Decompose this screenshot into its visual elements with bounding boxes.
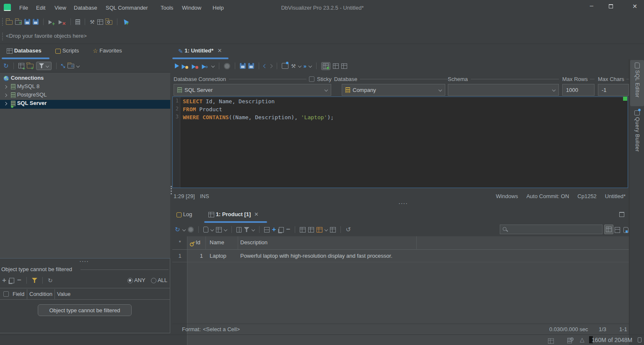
- columns-icon[interactable]: [236, 227, 242, 233]
- sql-commander-icon[interactable]: [75, 19, 80, 25]
- connection-select[interactable]: SQL Server: [174, 84, 331, 96]
- grid-filter-icon[interactable]: [244, 227, 249, 232]
- execute-icon[interactable]: [175, 63, 179, 68]
- grid-data-row[interactable]: 1 1 Laptop Powerful laptop with high-res…: [172, 250, 629, 262]
- history-back-icon[interactable]: [263, 64, 267, 68]
- toolbar-drag-handle[interactable]: [2, 18, 3, 26]
- delete-row-icon[interactable]: −: [286, 225, 291, 234]
- grid-col-description[interactable]: Description: [240, 239, 267, 246]
- insert-row-icon[interactable]: +: [272, 225, 276, 234]
- goto-icon[interactable]: »: [304, 63, 306, 69]
- result-page[interactable]: 1/3: [599, 324, 606, 335]
- tree-item-connections[interactable]: Connections: [0, 75, 170, 83]
- reload-filter-icon[interactable]: ↻: [48, 277, 53, 284]
- editor-code[interactable]: SELECT Id, Name, DescriptionFROM Product…: [183, 97, 334, 121]
- filter-header-checkbox[interactable]: [3, 291, 9, 297]
- menu-help[interactable]: Help: [213, 5, 224, 11]
- tab-scripts[interactable]: Scripts: [55, 47, 79, 54]
- open-connection-icon[interactable]: [6, 20, 13, 25]
- view-text-button[interactable]: [623, 226, 628, 233]
- database-select[interactable]: Company: [342, 84, 445, 96]
- any-radio[interactable]: ANY: [127, 277, 145, 283]
- cell-name[interactable]: Laptop: [210, 253, 226, 259]
- collapse-all-icon[interactable]: ⤡: [61, 63, 65, 69]
- memory-indicator[interactable]: 160M of 2048M: [592, 337, 632, 343]
- tab-log[interactable]: Log: [177, 211, 192, 217]
- pointer-add-icon[interactable]: +: [122, 18, 129, 25]
- sql-settings-chevron-icon[interactable]: [298, 64, 301, 68]
- sort-icon[interactable]: [264, 227, 270, 233]
- view-form-button[interactable]: [615, 226, 620, 233]
- apply-filter-icon[interactable]: [32, 278, 37, 283]
- grid-search-field[interactable]: [500, 225, 602, 234]
- grid-col-id[interactable]: Id: [196, 239, 200, 246]
- execute-buffer-icon[interactable]: [192, 63, 199, 69]
- editor-tab-close-icon[interactable]: ✕: [218, 47, 222, 54]
- save-icon[interactable]: [24, 19, 30, 25]
- grid-view-chevron-icon[interactable]: [223, 228, 227, 231]
- cell-id[interactable]: 1: [187, 253, 203, 259]
- sql-editor-side-tab[interactable]: SQL Editor: [630, 60, 644, 106]
- history-forward-icon[interactable]: [269, 64, 273, 68]
- menu-sql-commander[interactable]: SQL Commander: [106, 5, 148, 11]
- expand-chevron-icon[interactable]: [4, 93, 7, 97]
- close-button[interactable]: ✕: [626, 0, 644, 13]
- add-filter-icon[interactable]: +: [2, 276, 6, 285]
- tree-item-sqlserver[interactable]: SQL Server: [0, 100, 170, 109]
- color-grid-chevron-icon[interactable]: [325, 228, 328, 231]
- goto-chevron-icon[interactable]: [309, 64, 312, 68]
- copy-settings-icon[interactable]: [333, 63, 339, 69]
- remove-filter-icon[interactable]: −: [17, 276, 21, 285]
- menu-file[interactable]: File: [19, 5, 28, 11]
- pin-grid-icon[interactable]: [330, 227, 336, 233]
- save-sql-icon[interactable]: [240, 63, 246, 69]
- locate-in-tree-icon[interactable]: [68, 64, 74, 68]
- status-grid-icon[interactable]: [548, 338, 554, 344]
- filter-splitter-dots[interactable]: ····: [80, 259, 89, 264]
- row-number-cell[interactable]: 1: [172, 253, 187, 259]
- maximize-button[interactable]: [601, 0, 621, 13]
- tab-result-grid[interactable]: 1: Product [1] ✕: [208, 211, 259, 217]
- expand-chevron-icon[interactable]: [4, 85, 7, 88]
- stop-icon[interactable]: [224, 63, 230, 69]
- grid-col-name[interactable]: Name: [210, 239, 224, 246]
- save-sql-as-icon[interactable]: [248, 63, 254, 69]
- grid-corner-cell[interactable]: *: [172, 239, 187, 246]
- compare-icon[interactable]: [308, 227, 314, 233]
- copy-filter-icon[interactable]: [9, 278, 14, 283]
- status-warning-icon[interactable]: △: [580, 336, 584, 343]
- maximize-results-icon[interactable]: [619, 212, 624, 217]
- connect-icon[interactable]: +: [48, 18, 56, 25]
- menu-window[interactable]: Window: [182, 5, 201, 11]
- create-connection-icon[interactable]: +: [18, 63, 24, 68]
- editor-tab[interactable]: ✎ 1: Untitled* ✕: [178, 47, 222, 55]
- execute-options-chevron-icon[interactable]: [211, 64, 215, 68]
- tab-databases[interactable]: Databases: [7, 47, 42, 54]
- minimize-button[interactable]: –: [582, 0, 601, 13]
- sql-history-icon[interactable]: [282, 63, 288, 69]
- tools-icon[interactable]: ⚒: [90, 19, 95, 25]
- execute-explain-icon[interactable]: [202, 63, 209, 69]
- tab-favorites[interactable]: ☆ Favorites: [93, 47, 122, 54]
- tree-item-postgresql[interactable]: PostgreSQL: [0, 91, 170, 100]
- execute-fetch-icon[interactable]: [182, 63, 189, 69]
- format-value[interactable]: <Select a Cell>: [203, 324, 240, 335]
- table-ref-icon[interactable]: [341, 63, 347, 69]
- refresh-icon[interactable]: ↻: [3, 62, 9, 70]
- query-builder-side-tab[interactable]: Query Builder: [630, 108, 644, 165]
- schema-select[interactable]: [448, 84, 559, 96]
- reload-grid-icon[interactable]: ↻: [175, 226, 180, 233]
- menu-edit[interactable]: Edit: [36, 5, 45, 11]
- results-splitter-dots[interactable]: ····: [399, 201, 408, 206]
- grid-filter-chevron-icon[interactable]: [251, 228, 254, 231]
- sticky-checkbox[interactable]: [309, 76, 314, 82]
- undo-icon[interactable]: ↺: [345, 226, 351, 233]
- status-location-icon[interactable]: [570, 337, 574, 341]
- create-folder-icon[interactable]: +: [27, 64, 34, 68]
- sql-settings-icon[interactable]: ⚒: [291, 63, 296, 69]
- grid-view-icon[interactable]: [216, 227, 222, 233]
- expand-chevron-icon[interactable]: [4, 102, 7, 105]
- all-radio[interactable]: ALL: [151, 277, 167, 283]
- reload-chevron-icon[interactable]: [182, 228, 185, 231]
- favorites-drag-handle[interactable]: [2, 33, 3, 40]
